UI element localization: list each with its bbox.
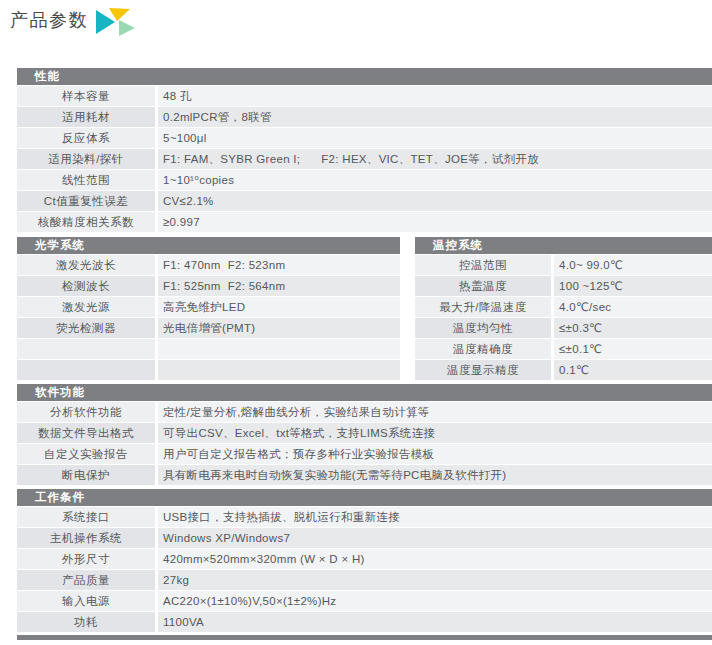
spec-label: 功耗 bbox=[17, 612, 158, 632]
spec-label: 样本容量 bbox=[17, 86, 158, 106]
spec-value: F1: 525nm F2: 564nm bbox=[158, 276, 400, 296]
spec-row: 检测波长F1: 525nm F2: 564nm bbox=[17, 276, 400, 297]
spec-label: 检测波长 bbox=[17, 276, 158, 296]
spec-label: 自定义实验报告 bbox=[17, 444, 158, 464]
working-rows: 系统接口USB接口，支持热插拔、脱机运行和重新连接主机操作系统Windows X… bbox=[17, 507, 712, 633]
spec-row: 温度精确度≤±0.1℃ bbox=[415, 339, 712, 360]
spec-table: 性能 样本容量48 孔适用耗材0.2mlPCR管，8联管反应体系5~100μl适… bbox=[17, 68, 712, 640]
spec-value: CV≤2.1% bbox=[158, 191, 712, 211]
spec-label: 核酸精度相关系数 bbox=[17, 212, 158, 232]
spec-row: 反应体系5~100μl bbox=[17, 128, 712, 149]
spec-label: 荧光检测器 bbox=[17, 318, 158, 338]
spec-label: 温度精确度 bbox=[415, 339, 554, 359]
spec-value bbox=[158, 360, 400, 380]
spec-label: 系统接口 bbox=[17, 507, 158, 527]
section-thermal: 温控系统 控温范围4.0~ 99.0℃热盖温度100 ~125℃最大升/降温速度… bbox=[415, 237, 712, 381]
spec-row: Ct值重复性误差CV≤2.1% bbox=[17, 191, 712, 212]
spec-label: 数据文件导出格式 bbox=[17, 423, 158, 443]
spec-row bbox=[17, 339, 400, 360]
spec-label: 主机操作系统 bbox=[17, 528, 158, 548]
section-optical: 光学系统 激发光波长F1: 470nm F2: 523nm检测波长F1: 525… bbox=[17, 237, 400, 381]
spec-row: 外形尺寸420mm×520mm×320mm (W × D × H) bbox=[17, 549, 712, 570]
spec-label: 最大升/降温速度 bbox=[415, 297, 554, 317]
spec-label bbox=[17, 339, 158, 359]
spec-value: 1100VA bbox=[158, 612, 712, 632]
spec-value: 48 孔 bbox=[158, 86, 712, 106]
spec-label: 分析软件功能 bbox=[17, 402, 158, 422]
spec-value: F1: 470nm F2: 523nm bbox=[158, 255, 400, 275]
spec-row: 荧光检测器光电倍增管(PMT) bbox=[17, 318, 400, 339]
spec-row: 产品质量27kg bbox=[17, 570, 712, 591]
spec-value: 用户可自定义报告格式；预存多种行业实验报告模板 bbox=[158, 444, 712, 464]
spec-label: 控温范围 bbox=[415, 255, 554, 275]
spec-value: 可导出CSV、Excel、txt等格式，支持LIMS系统连接 bbox=[158, 423, 712, 443]
optical-thermal-columns: 光学系统 激发光波长F1: 470nm F2: 523nm检测波长F1: 525… bbox=[17, 237, 712, 381]
spec-value: Windows XP/Windows7 bbox=[158, 528, 712, 548]
spec-row: 断电保护具有断电再来电时自动恢复实验功能(无需等待PC电脑及软件打开) bbox=[17, 465, 712, 486]
spec-label: 适用耗材 bbox=[17, 107, 158, 127]
optical-rows: 激发光波长F1: 470nm F2: 523nm检测波长F1: 525nm F2… bbox=[17, 255, 400, 381]
spec-label: 热盖温度 bbox=[415, 276, 554, 296]
spec-row: 自定义实验报告用户可自定义报告格式；预存多种行业实验报告模板 bbox=[17, 444, 712, 465]
spec-label: 温度均匀性 bbox=[415, 318, 554, 338]
spec-value: 100 ~125℃ bbox=[554, 276, 712, 296]
spec-label: 线性范围 bbox=[17, 170, 158, 190]
spec-value: USB接口，支持热插拔、脱机运行和重新连接 bbox=[158, 507, 712, 527]
section-header-working: 工作条件 bbox=[17, 489, 712, 507]
spec-label bbox=[17, 360, 158, 380]
spec-value bbox=[158, 339, 400, 359]
spec-value: 4.0℃/sec bbox=[554, 297, 712, 317]
spec-row: 适用耗材0.2mlPCR管，8联管 bbox=[17, 107, 712, 128]
spec-row: 主机操作系统Windows XP/Windows7 bbox=[17, 528, 712, 549]
spec-row: 激发光源高亮免维护LED bbox=[17, 297, 400, 318]
product-spec-page: 产品参数 性能 样本容量48 孔适用耗材0.2mlPCR管，8联管反应体系5~1… bbox=[0, 0, 712, 645]
spec-value: 定性/定量分析,熔解曲线分析，实验结果自动计算等 bbox=[158, 402, 712, 422]
spec-label: Ct值重复性误差 bbox=[17, 191, 158, 211]
page-header: 产品参数 bbox=[10, 6, 138, 38]
spec-row: 控温范围4.0~ 99.0℃ bbox=[415, 255, 712, 276]
table-bottom-bar bbox=[17, 635, 712, 640]
section-software: 软件功能 分析软件功能定性/定量分析,熔解曲线分析，实验结果自动计算等数据文件导… bbox=[17, 384, 712, 486]
section-header-thermal: 温控系统 bbox=[415, 237, 712, 255]
spec-row: 温度显示精度0.1℃ bbox=[415, 360, 712, 381]
spec-value: F1: FAM、SYBR Green I; F2: HEX、VIC、TET、JO… bbox=[158, 149, 712, 169]
spec-row: 温度均匀性≤±0.3℃ bbox=[415, 318, 712, 339]
spec-value: 光电倍增管(PMT) bbox=[158, 318, 400, 338]
spec-label: 激发光波长 bbox=[17, 255, 158, 275]
spec-value: 具有断电再来电时自动恢复实验功能(无需等待PC电脑及软件打开) bbox=[158, 465, 712, 485]
spec-row: 核酸精度相关系数≥0.997 bbox=[17, 212, 712, 233]
spec-value: 420mm×520mm×320mm (W × D × H) bbox=[158, 549, 712, 569]
thermal-rows: 控温范围4.0~ 99.0℃热盖温度100 ~125℃最大升/降温速度4.0℃/… bbox=[415, 255, 712, 381]
section-header-performance: 性能 bbox=[17, 68, 712, 86]
section-header-software: 软件功能 bbox=[17, 384, 712, 402]
spec-row: 线性范围1~10¹⁰copies bbox=[17, 170, 712, 191]
section-header-optical: 光学系统 bbox=[17, 237, 400, 255]
spec-row: 激发光波长F1: 470nm F2: 523nm bbox=[17, 255, 400, 276]
spec-row: 功耗1100VA bbox=[17, 612, 712, 633]
spec-value: 0.1℃ bbox=[554, 360, 712, 380]
spec-row: 数据文件导出格式可导出CSV、Excel、txt等格式，支持LIMS系统连接 bbox=[17, 423, 712, 444]
spec-label: 适用染料/探针 bbox=[17, 149, 158, 169]
spec-label: 反应体系 bbox=[17, 128, 158, 148]
green-triangle-icon bbox=[119, 20, 135, 36]
spec-row: 输入电源AC220×(1±10%)V,50×(1±2%)Hz bbox=[17, 591, 712, 612]
spec-value: 4.0~ 99.0℃ bbox=[554, 255, 712, 275]
teal-triangle-icon bbox=[96, 10, 115, 34]
spec-value: 1~10¹⁰copies bbox=[158, 170, 712, 190]
section-performance: 性能 样本容量48 孔适用耗材0.2mlPCR管，8联管反应体系5~100μl适… bbox=[17, 68, 712, 233]
brand-triangles-icon bbox=[96, 8, 138, 38]
spec-row bbox=[17, 360, 400, 381]
section-working: 工作条件 系统接口USB接口，支持热插拔、脱机运行和重新连接主机操作系统Wind… bbox=[17, 489, 712, 633]
spec-label: 激发光源 bbox=[17, 297, 158, 317]
spec-value: ≤±0.3℃ bbox=[554, 318, 712, 338]
spec-label: 断电保护 bbox=[17, 465, 158, 485]
software-rows: 分析软件功能定性/定量分析,熔解曲线分析，实验结果自动计算等数据文件导出格式可导… bbox=[17, 402, 712, 486]
spec-value: 高亮免维护LED bbox=[158, 297, 400, 317]
spec-value: ≥0.997 bbox=[158, 212, 712, 232]
spec-value: AC220×(1±10%)V,50×(1±2%)Hz bbox=[158, 591, 712, 611]
page-title: 产品参数 bbox=[10, 6, 88, 34]
spec-row: 最大升/降温速度4.0℃/sec bbox=[415, 297, 712, 318]
spec-row: 热盖温度100 ~125℃ bbox=[415, 276, 712, 297]
spec-value: 0.2mlPCR管，8联管 bbox=[158, 107, 712, 127]
spec-value: 27kg bbox=[158, 570, 712, 590]
